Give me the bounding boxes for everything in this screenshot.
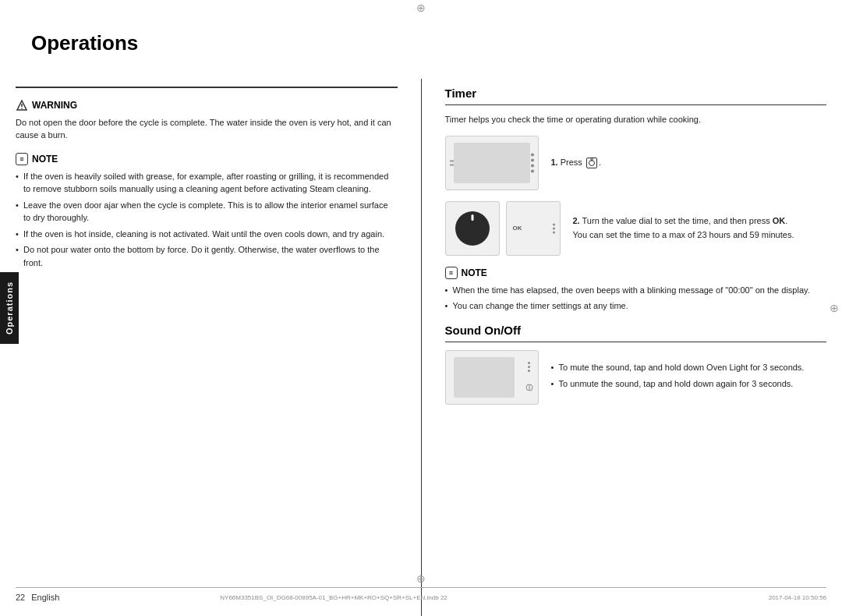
warning-header: WARNING (16, 99, 398, 112)
page-footer: 22 English NY66M3351BS_OI_DG68-00895A-01… (16, 587, 826, 602)
device-dot (531, 153, 534, 156)
device-panel-step1 (445, 136, 539, 190)
list-item: When the time has elapsed, the oven beep… (445, 284, 827, 297)
dial-indicator (471, 214, 473, 221)
timer-button-icon (586, 158, 597, 168)
left-divider (16, 87, 398, 88)
timer-section: Timer Timer helps you check the time or … (445, 87, 827, 313)
panel-inner (454, 143, 530, 183)
note-header: ≡ NOTE (16, 153, 398, 165)
list-item: Leave the oven door ajar when the cycle … (16, 199, 398, 225)
left-column: WARNING Do not open the door before the … (16, 79, 422, 616)
ok-dots (553, 223, 555, 233)
warning-icon (16, 99, 28, 112)
reg-mark-right: ⊕ (828, 302, 840, 314)
main-content: WARNING Do not open the door before the … (16, 79, 826, 616)
timer-step2-row: OK 2. Turn the value dial to set the tim… (445, 201, 827, 256)
note-box: ≡ NOTE If the oven is heavily soiled wit… (16, 153, 398, 270)
side-tab: Operations (0, 272, 19, 344)
step2-ok: OK (773, 216, 786, 225)
device-dot (531, 158, 534, 161)
sound-dot (528, 370, 530, 372)
device-dot (531, 169, 534, 172)
timer-note-box: ≡ NOTE When the time has elapsed, the ov… (445, 267, 827, 313)
footer-file-info: NY66M3351BS_OI_DG68-00895A-01_BG+HR+MK+R… (220, 594, 448, 601)
device-dot (531, 164, 534, 167)
svg-point-2 (21, 108, 23, 109)
page-container: ⊕ ⊕ ⊕ ⊕ Operations Operations (0, 0, 842, 616)
panel-dots (531, 153, 534, 172)
warning-text: Do not open the door before the cycle is… (16, 116, 398, 142)
list-item: To mute the sound, tap and hold down Ove… (551, 361, 827, 374)
sound-panel (445, 350, 539, 405)
list-item: Do not pour water onto the bottom by for… (16, 243, 398, 269)
sound-title: Sound On/Off (445, 324, 827, 342)
timer-note-icon: ≡ (445, 267, 458, 279)
note-label: NOTE (32, 154, 58, 165)
step1-press-word: Press (561, 158, 582, 167)
list-item: If the oven is heavily soiled with greas… (16, 170, 398, 196)
timer-note-header: ≡ NOTE (445, 267, 827, 279)
ok-dot (553, 227, 555, 229)
timer-title: Timer (445, 87, 827, 105)
step2-extra: You can set the time to a max of 23 hour… (573, 230, 794, 239)
ok-dot (553, 231, 555, 233)
list-item: You can change the timer settings at any… (445, 299, 827, 313)
timer-step1-row: 1. Press . (445, 136, 827, 190)
dial-panel (445, 201, 500, 256)
step2-number: 2. (573, 216, 580, 225)
step1-number: 1. (551, 158, 558, 167)
sound-wave-icon (525, 383, 534, 392)
sound-panel-right (525, 357, 534, 398)
timer-note-list: When the time has elapsed, the oven beep… (445, 284, 827, 313)
reg-mark-bottom: ⊕ (415, 572, 427, 585)
ok-panel: OK (506, 201, 561, 256)
page-title: Operations (31, 16, 826, 55)
footer-page-number: 22 (16, 593, 25, 602)
device-with-dial: OK (445, 201, 561, 256)
sound-device-row: To mute the sound, tap and hold down Ove… (445, 350, 827, 405)
timer-description: Timer helps you check the time or operat… (445, 113, 827, 126)
ok-label: OK (513, 225, 522, 232)
list-item: To unmute the sound, tap and hold down a… (551, 377, 827, 391)
sound-icon-area (528, 362, 530, 372)
step2-main: Turn the value dial to set the time, and… (582, 216, 770, 225)
step1-text: 1. Press . (551, 156, 827, 170)
sound-instruction-list: To mute the sound, tap and hold down Ove… (551, 361, 827, 390)
list-item: If the oven is hot inside, cleaning is n… (16, 228, 398, 241)
step2-text: 2. Turn the value dial to set the time, … (573, 214, 827, 242)
footer-date: 2017-04-18 10:50:56 (769, 594, 826, 601)
sound-panel-inner (454, 357, 515, 398)
reg-mark-top: ⊕ (415, 2, 427, 14)
footer-language: English (31, 593, 59, 602)
sound-dot (528, 366, 530, 368)
warning-label: WARNING (32, 100, 77, 111)
sound-text: To mute the sound, tap and hold down Ove… (551, 361, 827, 393)
right-column: Timer Timer helps you check the time or … (422, 79, 827, 616)
note-icon: ≡ (16, 153, 28, 165)
dial-circle (455, 211, 490, 246)
timer-note-label: NOTE (462, 267, 487, 278)
warning-box: WARNING Do not open the door before the … (16, 99, 398, 142)
sound-dot (528, 362, 530, 364)
note-list: If the oven is heavily soiled with greas… (16, 170, 398, 270)
ok-dot (553, 223, 555, 225)
sound-section: Sound On/Off (445, 324, 827, 405)
